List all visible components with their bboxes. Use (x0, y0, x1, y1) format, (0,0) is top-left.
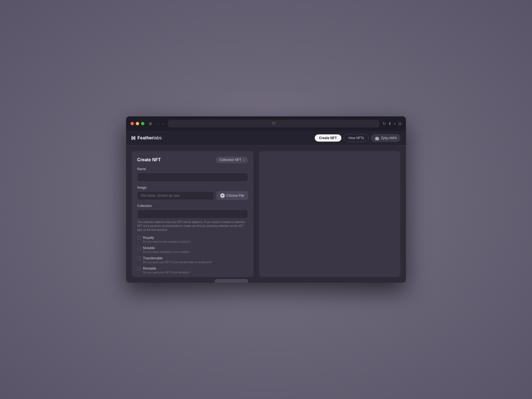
plus-circle-icon: + (220, 193, 225, 198)
logo-icon (132, 136, 135, 140)
logo-bar-1 (132, 136, 132, 140)
collection-input[interactable] (137, 209, 248, 219)
main-layout: Create NFT Collection NFT › Name Image (126, 145, 406, 283)
collection-helper-text: The collection address that your NFT wil… (137, 220, 248, 232)
desktop-background: ⊞ ‹ › 🛡 ↻ ⬆ + ⊡ (0, 0, 532, 399)
user-label: Zptg.mMI4 (381, 136, 397, 140)
checkbox-item-transferrable: Transferrable Do you want your NFT to be… (137, 256, 248, 264)
share-icon[interactable]: ⬆ (388, 121, 392, 126)
create-nft-nav-button[interactable]: Create NFT (315, 134, 341, 142)
checkbox-group: Royalty Do you want to add royalties in … (137, 236, 248, 274)
logo: Featherlabs (132, 135, 162, 140)
traffic-lights (131, 122, 144, 125)
checkbox-royalty[interactable] (137, 236, 141, 240)
logo-bar-2 (133, 137, 134, 139)
traffic-light-close[interactable] (131, 122, 134, 125)
name-label: Name (137, 167, 248, 171)
checkbox-row-rentable[interactable]: Rentable (137, 267, 248, 270)
checkbox-item-royalty: Royalty Do you want to add royalties in … (137, 236, 248, 243)
app-content: Featherlabs Create NFT View NFTs 🤖 Zptg.… (126, 131, 406, 283)
checkbox-row-transferrable[interactable]: Transferrable (137, 256, 248, 260)
logo-text: Featherlabs (137, 135, 162, 140)
collection-field-group: Collection The collection address that y… (137, 204, 248, 232)
checkbox-desc-mutable: Do you want metadata to be mutable? (143, 250, 248, 254)
traffic-light-minimize[interactable] (136, 122, 139, 125)
extensions-icon[interactable]: ⊡ (398, 121, 401, 126)
checkbox-desc-transferrable: Do you want your NFT to be transferrable… (143, 261, 248, 264)
collection-nft-label: Collection NFT (219, 158, 241, 162)
logo-bar-3 (134, 136, 135, 140)
forward-arrow-icon[interactable]: › (161, 120, 165, 127)
checkbox-item-rentable: Rentable Do you want your NFT to be rent… (137, 267, 248, 274)
sidebar-toggle-icon[interactable]: ⊞ (148, 121, 153, 126)
checkbox-item-mutable: Mutable Do you want metadata to be mutab… (137, 246, 248, 254)
browser-window: ⊞ ‹ › 🛡 ↻ ⬆ + ⊡ (126, 116, 406, 283)
checkbox-desc-royalty: Do you want to add royalties in future? (143, 240, 248, 243)
browser-actions: ↻ ⬆ + ⊡ (383, 121, 401, 126)
checkbox-transferrable[interactable] (137, 257, 141, 260)
header-actions: Create NFT View NFTs 🤖 Zptg.mMI4 (315, 134, 401, 142)
browser-chrome: ⊞ ‹ › 🛡 ↻ ⬆ + ⊡ (126, 116, 406, 131)
checkbox-row-mutable[interactable]: Mutable (137, 246, 248, 250)
file-input-row: + Choose File (137, 191, 248, 200)
checkbox-label-royalty: Royalty (143, 236, 154, 240)
view-nfts-nav-button[interactable]: View NFTs (344, 134, 369, 142)
choose-file-label: Choose File (226, 194, 244, 198)
checkbox-rentable[interactable] (137, 267, 141, 270)
user-avatar-icon: 🤖 (375, 136, 379, 140)
collection-nft-button[interactable]: Collection NFT › (216, 157, 248, 163)
app-header: Featherlabs Create NFT View NFTs 🤖 Zptg.… (126, 131, 406, 145)
file-name-input[interactable] (137, 191, 214, 200)
name-input[interactable] (137, 173, 248, 182)
name-field-group: Name (137, 167, 248, 182)
create-nft-submit-button[interactable]: Create NFT (215, 279, 248, 283)
checkbox-label-rentable: Rentable (143, 267, 156, 270)
chevron-right-icon: › (243, 158, 244, 162)
logo-light: labs (154, 135, 162, 140)
traffic-light-fullscreen[interactable] (141, 122, 144, 125)
choose-file-button[interactable]: + Choose File (216, 191, 248, 200)
new-tab-icon[interactable]: + (394, 121, 396, 126)
checkbox-row-royalty[interactable]: Royalty (137, 236, 248, 240)
create-nft-form-card: Create NFT Collection NFT › Name Image (132, 151, 254, 277)
form-title: Create NFT (137, 157, 161, 162)
checkbox-label-transferrable: Transferrable (143, 256, 163, 260)
image-label: Image (137, 186, 248, 190)
nft-preview-card (259, 151, 400, 277)
logo-bold: Feather (137, 135, 154, 140)
user-badge[interactable]: 🤖 Zptg.mMI4 (371, 134, 400, 142)
collection-label: Collection (137, 204, 248, 208)
shield-icon: 🛡 (272, 122, 275, 126)
checkbox-desc-rentable: Do you want your NFT to be rentable? (143, 271, 248, 274)
checkbox-mutable[interactable] (137, 246, 141, 250)
image-field-group: Image + Choose File (137, 186, 248, 200)
form-header: Create NFT Collection NFT › (137, 157, 248, 163)
back-arrow-icon[interactable]: ‹ (157, 120, 160, 127)
browser-nav: ‹ › (157, 120, 165, 127)
address-bar[interactable]: 🛡 (168, 120, 379, 127)
reload-icon[interactable]: ↻ (383, 121, 386, 126)
checkbox-label-mutable: Mutable (143, 246, 155, 250)
